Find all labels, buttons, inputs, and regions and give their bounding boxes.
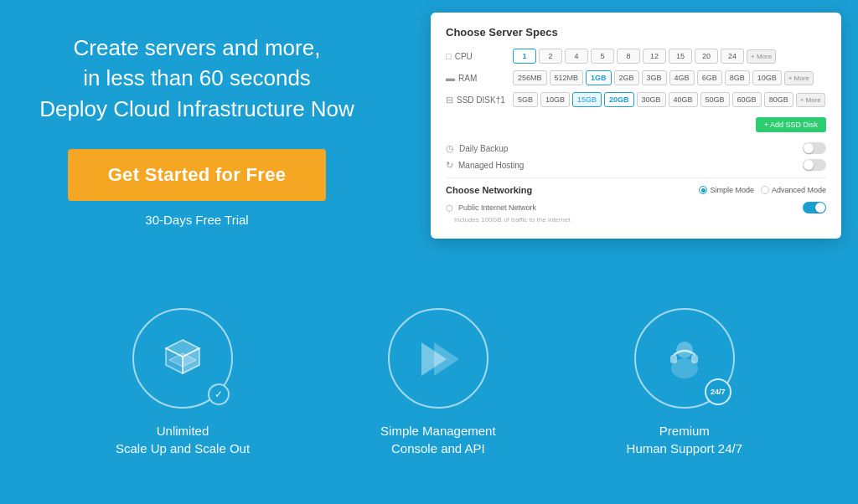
cta-button[interactable]: Get Started for Free	[68, 149, 327, 201]
ram-row: ▬ RAM 256MB 512MB 1GB 2GB 3GB 4GB 6GB 8G…	[446, 70, 826, 85]
simple-mode-option[interactable]: Simple Mode	[699, 186, 754, 194]
daily-backup-label: Daily Backup	[459, 144, 803, 153]
svg-rect-8	[670, 355, 677, 363]
toggle-knob-3	[815, 203, 825, 213]
toggle-knob-2	[804, 160, 814, 170]
networking-modes: Simple Mode Advanced Mode	[699, 186, 826, 194]
advanced-mode-radio[interactable]	[761, 186, 769, 194]
includes-text: Includes 100GB of traffic to the interne…	[454, 216, 826, 224]
daily-backup-row: ◷ Daily Backup	[446, 142, 826, 154]
daily-backup-toggle[interactable]	[803, 142, 826, 154]
ssd-btn-50gb[interactable]: 50GB	[700, 92, 730, 107]
ssd-btn-60gb[interactable]: 60GB	[732, 92, 762, 107]
ram-label: ▬ RAM	[446, 73, 513, 83]
cpu-row: □ CPU 1 2 4 5 8 12 15 20 24 + More	[446, 49, 826, 64]
feature-management-circle	[388, 308, 488, 409]
cpu-label: □ CPU	[446, 51, 513, 61]
ram-btn-6gb[interactable]: 6GB	[697, 70, 722, 85]
feature-scale-title: Unlimited Scale Up and Scale Out	[116, 422, 250, 457]
cpu-btn-15[interactable]: 15	[669, 49, 692, 64]
feature-management-title: Simple Management Console and API	[380, 422, 496, 457]
simple-mode-radio[interactable]	[699, 186, 707, 194]
ssd-btn-15gb[interactable]: 15GB	[572, 92, 602, 107]
hero-section: Create servers and more, in less than 60…	[0, 0, 394, 260]
svg-marker-5	[434, 342, 459, 376]
ssd-btn-20gb[interactable]: 20GB	[604, 92, 634, 107]
ssd-btn-30gb[interactable]: 30GB	[637, 92, 666, 107]
feature-scale: ✓ Unlimited Scale Up and Scale Out	[116, 308, 250, 457]
networking-header: Choose Networking Simple Mode Advanced M…	[446, 185, 826, 195]
ram-btn-512mb[interactable]: 512MB	[550, 70, 584, 85]
ram-more-btn[interactable]: + More	[784, 71, 814, 85]
cpu-btn-12[interactable]: 12	[643, 49, 666, 64]
cpu-options: 1 2 4 5 8 12 15 20 24 + More	[513, 49, 776, 64]
arrow-icon	[411, 332, 465, 386]
networking-title: Choose Networking	[446, 185, 532, 195]
ssd-label: ⊟ SSD DISK†1	[446, 95, 513, 105]
ram-btn-8gb[interactable]: 8GB	[725, 70, 750, 85]
simple-mode-label: Simple Mode	[710, 186, 754, 194]
server-specs-panel: Choose Server Specs □ CPU 1 2 4 5 8 12 1…	[431, 13, 841, 239]
hosting-icon: ↻	[446, 160, 453, 171]
cpu-btn-4[interactable]: 4	[565, 49, 588, 64]
networking-section: Choose Networking Simple Mode Advanced M…	[446, 177, 826, 224]
ssd-more-btn[interactable]: + More	[796, 93, 825, 107]
features-bar: ✓ Unlimited Scale Up and Scale Out Simpl…	[0, 261, 858, 504]
ram-btn-2gb[interactable]: 2GB	[614, 70, 639, 85]
ram-btn-10gb[interactable]: 10GB	[752, 70, 782, 85]
feature-support: 24/7 Premium Human Support 24/7	[627, 308, 742, 457]
ssd-btn-10gb[interactable]: 10GB	[540, 92, 570, 107]
public-network-label: Public Internet Network	[458, 203, 803, 212]
managed-hosting-toggle[interactable]	[803, 159, 826, 171]
cpu-btn-2[interactable]: 2	[539, 49, 562, 64]
ram-icon: ▬	[446, 73, 455, 83]
ssd-icon: ⊟	[446, 95, 453, 105]
ssd-options: 5GB 10GB 15GB 20GB 30GB 40GB 50GB 60GB 8…	[513, 92, 825, 107]
public-network-toggle[interactable]	[803, 202, 826, 213]
ram-options: 256MB 512MB 1GB 2GB 3GB 4GB 6GB 8GB 10GB…	[513, 70, 814, 85]
add-ssd-container: + Add SSD Disk	[446, 114, 826, 137]
ssd-btn-40gb[interactable]: 40GB	[669, 92, 698, 107]
backup-icon: ◷	[446, 143, 454, 154]
trial-text: 30-Days Free Trial	[145, 213, 248, 227]
advanced-mode-label: Advanced Mode	[772, 186, 826, 194]
advanced-mode-option[interactable]: Advanced Mode	[761, 186, 826, 194]
hero-tagline: Create servers and more, in less than 60…	[39, 33, 354, 124]
ssd-btn-80gb[interactable]: 80GB	[764, 92, 793, 107]
svg-rect-9	[691, 355, 698, 363]
cpu-btn-1[interactable]: 1	[513, 49, 536, 64]
feature-scale-circle: ✓	[132, 308, 233, 409]
cpu-btn-8[interactable]: 8	[617, 49, 640, 64]
headset-icon	[657, 332, 711, 386]
cube-icon	[156, 332, 210, 386]
badge-247: 24/7	[705, 378, 731, 405]
feature-support-circle: 24/7	[634, 308, 735, 409]
feature-management: Simple Management Console and API	[380, 308, 496, 457]
ssd-row: ⊟ SSD DISK†1 5GB 10GB 15GB 20GB 30GB 40G…	[446, 92, 826, 107]
public-network-row: ⬡ Public Internet Network	[446, 202, 826, 213]
cpu-btn-5[interactable]: 5	[591, 49, 614, 64]
managed-hosting-label: Managed Hosting	[458, 161, 803, 170]
cpu-btn-24[interactable]: 24	[721, 49, 744, 64]
check-badge: ✓	[208, 383, 230, 405]
feature-support-title: Premium Human Support 24/7	[627, 422, 742, 457]
panel-title: Choose Server Specs	[446, 26, 826, 39]
network-icon: ⬡	[446, 203, 453, 213]
ram-btn-4gb[interactable]: 4GB	[669, 70, 695, 85]
ram-btn-1gb[interactable]: 1GB	[586, 70, 612, 85]
managed-hosting-row: ↻ Managed Hosting	[446, 159, 826, 171]
ram-btn-3gb[interactable]: 3GB	[642, 70, 667, 85]
ram-btn-256mb[interactable]: 256MB	[513, 70, 547, 85]
add-ssd-button[interactable]: + Add SSD Disk	[756, 117, 826, 132]
ssd-btn-5gb[interactable]: 5GB	[513, 92, 538, 107]
cpu-more-btn[interactable]: + More	[747, 49, 776, 64]
toggle-knob	[804, 143, 814, 153]
cpu-icon: □	[446, 51, 452, 61]
cpu-btn-20[interactable]: 20	[695, 49, 718, 64]
